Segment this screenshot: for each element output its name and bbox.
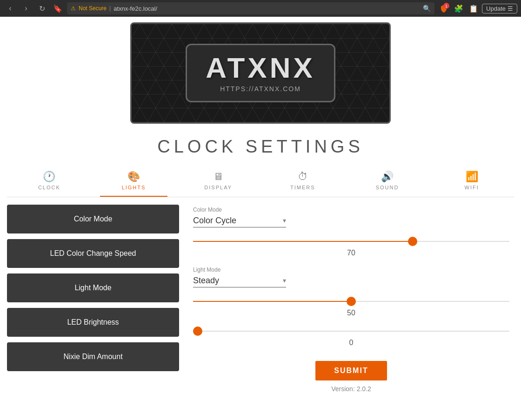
- brave-icon[interactable]: 1: [437, 2, 450, 15]
- nixie-dim-slider[interactable]: [193, 331, 509, 332]
- submit-button[interactable]: SUBMIT: [315, 361, 387, 380]
- page-content: ATXNX HTTPS://ATXNX.COM CLOCK SETTINGS 🕐…: [0, 17, 521, 420]
- submit-area: SUBMIT Version: 2.0.2: [193, 361, 509, 393]
- sidebar: Color Mode LED Color Change Speed Light …: [7, 197, 188, 402]
- led-brightness-slider[interactable]: [193, 301, 509, 302]
- logo-text: ATXNX: [206, 53, 315, 82]
- nixie-dim-section: 0: [193, 327, 509, 347]
- led-color-change-speed-button[interactable]: LED Color Change Speed: [7, 239, 179, 268]
- nixie-dim-amount-button[interactable]: Nixie Dim Amount: [7, 342, 179, 371]
- light-mode-dropdown-wrapper: Steady Pulse Strobe ▾: [193, 276, 286, 287]
- led-brightness-slider-wrapper: [193, 297, 509, 306]
- logo-banner: ATXNX HTTPS://ATXNX.COM: [130, 22, 391, 124]
- warning-text: Not Secure: [79, 5, 107, 12]
- timers-tab-icon: ⏱: [298, 171, 308, 183]
- notification-badge: 1: [443, 3, 449, 9]
- nixie-dim-value: 0: [193, 339, 509, 347]
- color-mode-dropdown-wrapper: Color Cycle Single Color Rainbow ▾: [193, 216, 286, 227]
- tab-wifi-label: WIFI: [465, 185, 479, 190]
- lights-tab-icon: 🎨: [127, 171, 140, 183]
- tab-clock-label: CLOCK: [38, 185, 60, 190]
- tab-sound[interactable]: 🔊 SOUND: [345, 166, 430, 197]
- tab-lights-label: LIGHTS: [122, 185, 146, 190]
- browser-right-icons: 1 🧩 📋 Update ☰: [437, 2, 517, 15]
- browser-chrome: ‹ › ↻ 🔖 ⚠ Not Secure | atxnx-fe2c.local/…: [0, 0, 521, 17]
- tab-timers[interactable]: ⏱ TIMERS: [260, 166, 345, 197]
- wifi-tab-icon: 📶: [466, 171, 478, 183]
- logo-url: HTTPS://ATXNX.COM: [206, 85, 315, 93]
- light-mode-label: Light Mode: [193, 267, 509, 273]
- bookmark-button[interactable]: 🔖: [51, 2, 64, 15]
- search-icon: 🔍: [423, 5, 431, 12]
- clock-tab-icon: 🕐: [43, 171, 55, 183]
- led-color-change-speed-value: 70: [193, 249, 509, 257]
- light-mode-dropdown-arrow: ▾: [283, 277, 286, 284]
- nixie-dim-slider-wrapper: [193, 327, 509, 336]
- color-mode-section: Color Mode Color Cycle Single Color Rain…: [193, 207, 509, 227]
- back-button[interactable]: ‹: [4, 2, 17, 15]
- forward-button[interactable]: ›: [20, 2, 33, 15]
- color-mode-label: Color Mode: [193, 207, 509, 213]
- light-mode-select[interactable]: Steady Pulse Strobe: [193, 276, 283, 285]
- main-layout: Color Mode LED Color Change Speed Light …: [7, 197, 514, 402]
- sound-tab-icon: 🔊: [381, 171, 394, 183]
- right-controls: Color Mode Color Cycle Single Color Rain…: [188, 197, 514, 402]
- led-brightness-button[interactable]: LED Brightness: [7, 308, 179, 337]
- tab-timers-label: TIMERS: [290, 185, 315, 190]
- tab-display-label: DISPLAY: [204, 185, 232, 190]
- warning-icon: ⚠: [71, 5, 76, 12]
- url-text: atxnx-fe2c.local/: [114, 5, 157, 12]
- led-brightness-value: 50: [193, 309, 509, 317]
- tab-lights[interactable]: 🎨 LIGHTS: [92, 166, 176, 197]
- led-speed-slider-wrapper: [193, 237, 509, 246]
- update-button[interactable]: Update ☰: [482, 4, 517, 13]
- led-brightness-section: 50: [193, 297, 509, 317]
- tab-manager-icon[interactable]: 📋: [467, 2, 480, 15]
- color-mode-dropdown-arrow: ▾: [283, 217, 286, 224]
- color-mode-button[interactable]: Color Mode: [7, 205, 179, 233]
- update-label: Update: [486, 5, 506, 12]
- led-color-change-speed-section: 70: [193, 237, 509, 257]
- logo-inner: ATXNX HTTPS://ATXNX.COM: [186, 44, 335, 102]
- tab-navigation: 🕐 CLOCK 🎨 LIGHTS 🖥 DISPLAY ⏱ TIMERS 🔊 SO…: [7, 166, 514, 197]
- address-bar[interactable]: ⚠ Not Secure | atxnx-fe2c.local/ 🔍: [67, 2, 434, 14]
- tab-wifi[interactable]: 📶 WIFI: [429, 166, 514, 197]
- led-color-change-speed-slider[interactable]: [193, 241, 509, 242]
- extensions-icon[interactable]: 🧩: [452, 2, 465, 15]
- color-mode-select[interactable]: Color Cycle Single Color Rainbow: [193, 216, 283, 225]
- display-tab-icon: 🖥: [213, 171, 223, 183]
- light-mode-button[interactable]: Light Mode: [7, 273, 179, 302]
- version-text: Version: 2.0.2: [331, 385, 371, 393]
- page-title: CLOCK SETTINGS: [157, 137, 364, 157]
- tab-display[interactable]: 🖥 DISPLAY: [176, 166, 260, 197]
- light-mode-section: Light Mode Steady Pulse Strobe ▾: [193, 267, 509, 287]
- tab-clock[interactable]: 🕐 CLOCK: [7, 166, 92, 197]
- reload-button[interactable]: ↻: [35, 2, 48, 15]
- tab-sound-label: SOUND: [376, 185, 399, 190]
- update-menu-icon: ☰: [508, 5, 513, 12]
